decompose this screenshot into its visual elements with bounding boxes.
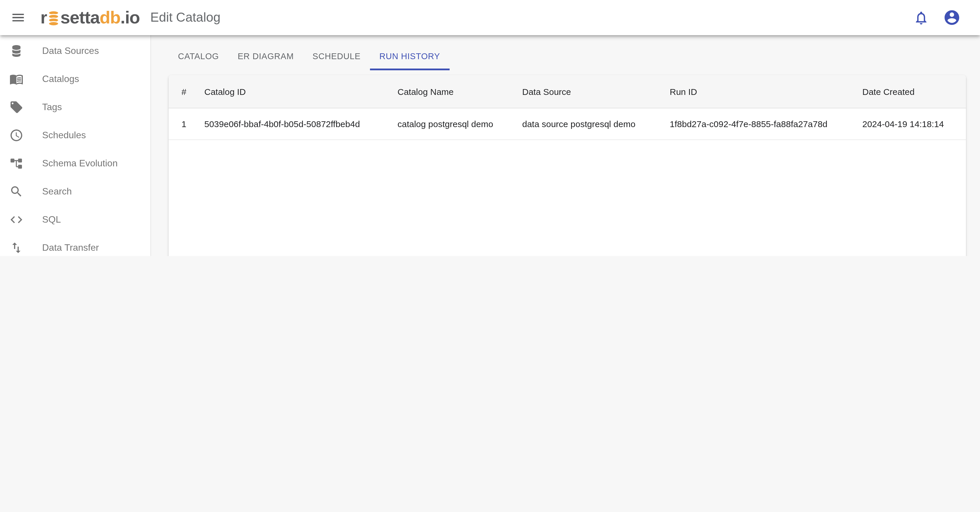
column-header-catalog-id: Catalog ID	[195, 75, 388, 108]
sidebar-item-label: Search	[42, 186, 72, 197]
cell-catalog-name: catalog postgresql demo	[388, 108, 513, 140]
sidebar-item-schedules[interactable]: Schedules	[0, 121, 150, 149]
sidebar-item-data-transfer[interactable]: Data Transfer	[0, 234, 150, 256]
tab-run-history[interactable]: RUN HISTORY	[370, 42, 450, 70]
column-header-catalog-name: Catalog Name	[388, 75, 513, 108]
logo-text-pre: r	[40, 8, 47, 27]
schema-icon	[10, 156, 24, 171]
rosettadb-logo[interactable]: r settadb.io	[40, 8, 140, 27]
sidebar-item-catalogs[interactable]: Catalogs	[0, 65, 150, 93]
page-title: Edit Catalog	[150, 10, 221, 25]
run-history-table: # Catalog ID Catalog Name Data Source Ru…	[169, 75, 966, 140]
cell-run-id: 1f8bd27a-c092-4f7e-8855-fa88fa27a78d	[660, 108, 853, 140]
sidebar-item-data-sources[interactable]: Data Sources	[0, 37, 150, 65]
sidebar-item-tags[interactable]: Tags	[0, 93, 150, 121]
sidebar-item-schema-evolution[interactable]: Schema Evolution	[0, 149, 150, 177]
sidebar-item-label: Data Sources	[42, 46, 99, 56]
column-header-data-source: Data Source	[513, 75, 660, 108]
tab-er-diagram[interactable]: ER DIAGRAM	[228, 42, 303, 70]
sidebar-item-label: SQL	[42, 214, 61, 225]
app-window: r settadb.io Edit Catalog	[0, 0, 980, 256]
tab-catalog[interactable]: CATALOG	[169, 42, 228, 70]
code-icon	[10, 213, 24, 227]
table-row[interactable]: 1 5039e06f-bbaf-4b0f-b05d-50872ffbeb4d c…	[169, 108, 966, 140]
column-header-index: #	[169, 75, 195, 108]
column-header-run-id: Run ID	[660, 75, 853, 108]
sidebar-item-label: Catalogs	[42, 74, 79, 85]
cell-catalog-id: 5039e06f-bbaf-4b0f-b05d-50872ffbeb4d	[195, 108, 388, 140]
cell-date-created: 2024-04-19 14:18:14	[853, 108, 966, 140]
clock-icon	[10, 128, 24, 142]
sidebar-item-sql[interactable]: SQL	[0, 206, 150, 234]
cell-index: 1	[169, 108, 195, 140]
hamburger-menu-icon[interactable]	[11, 10, 26, 25]
top-app-bar: r settadb.io Edit Catalog	[0, 0, 980, 35]
main-content: CATALOG ER DIAGRAM SCHEDULE RUN HISTORY …	[151, 35, 980, 256]
tab-schedule[interactable]: SCHEDULE	[303, 42, 370, 70]
sidebar-item-label: Tags	[42, 102, 62, 112]
import-export-icon	[10, 241, 24, 255]
sidebar-item-label: Schedules	[42, 130, 86, 140]
notifications-bell-icon[interactable]	[913, 10, 929, 26]
cell-data-source: data source postgresql demo	[513, 108, 660, 140]
logo-text-db: db	[100, 8, 120, 27]
tag-icon	[10, 100, 24, 114]
open-book-icon	[10, 72, 24, 86]
logo-text-tld: .io	[120, 8, 140, 27]
sidebar-item-label: Schema Evolution	[42, 158, 118, 169]
column-header-date-created: Date Created	[853, 75, 966, 108]
sidebar-item-search[interactable]: Search	[0, 177, 150, 206]
run-history-card: # Catalog ID Catalog Name Data Source Ru…	[169, 75, 966, 256]
tab-bar: CATALOG ER DIAGRAM SCHEDULE RUN HISTORY	[169, 42, 450, 70]
sidebar-item-label: Data Transfer	[42, 242, 99, 253]
logo-text-mid: setta	[60, 8, 100, 27]
table-header-row: # Catalog ID Catalog Name Data Source Ru…	[169, 75, 966, 108]
database-stack-icon	[48, 10, 60, 26]
user-avatar-icon[interactable]	[943, 9, 961, 26]
search-icon	[10, 185, 24, 199]
database-icon	[10, 44, 24, 58]
topbar-actions	[913, 9, 961, 26]
sidebar-nav: Data Sources Catalogs Tags Schedules	[0, 35, 151, 256]
